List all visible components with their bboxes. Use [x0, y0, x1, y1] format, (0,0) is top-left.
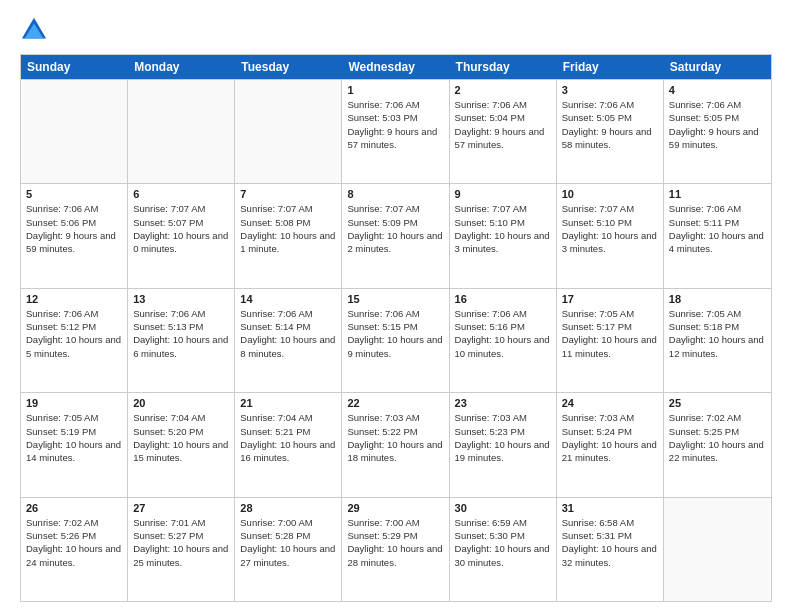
day-number: 31 [562, 502, 658, 514]
day-info: Sunrise: 7:06 AM Sunset: 5:04 PM Dayligh… [455, 98, 551, 151]
day-info: Sunrise: 7:05 AM Sunset: 5:17 PM Dayligh… [562, 307, 658, 360]
day-number: 30 [455, 502, 551, 514]
cal-cell: 13Sunrise: 7:06 AM Sunset: 5:13 PM Dayli… [128, 289, 235, 392]
day-number: 11 [669, 188, 766, 200]
week-row-1: 1Sunrise: 7:06 AM Sunset: 5:03 PM Daylig… [21, 79, 771, 183]
logo [20, 16, 52, 44]
day-info: Sunrise: 7:07 AM Sunset: 5:09 PM Dayligh… [347, 202, 443, 255]
cal-cell: 23Sunrise: 7:03 AM Sunset: 5:23 PM Dayli… [450, 393, 557, 496]
cal-cell: 30Sunrise: 6:59 AM Sunset: 5:30 PM Dayli… [450, 498, 557, 601]
cal-cell: 9Sunrise: 7:07 AM Sunset: 5:10 PM Daylig… [450, 184, 557, 287]
day-info: Sunrise: 7:04 AM Sunset: 5:20 PM Dayligh… [133, 411, 229, 464]
week-row-5: 26Sunrise: 7:02 AM Sunset: 5:26 PM Dayli… [21, 497, 771, 601]
day-info: Sunrise: 7:07 AM Sunset: 5:07 PM Dayligh… [133, 202, 229, 255]
day-number: 1 [347, 84, 443, 96]
day-info: Sunrise: 7:02 AM Sunset: 5:26 PM Dayligh… [26, 516, 122, 569]
header-day-sunday: Sunday [21, 55, 128, 79]
day-info: Sunrise: 7:07 AM Sunset: 5:10 PM Dayligh… [455, 202, 551, 255]
header-day-friday: Friday [557, 55, 664, 79]
cal-cell: 17Sunrise: 7:05 AM Sunset: 5:17 PM Dayli… [557, 289, 664, 392]
day-number: 27 [133, 502, 229, 514]
logo-icon [20, 16, 48, 44]
header-day-wednesday: Wednesday [342, 55, 449, 79]
cal-cell [21, 80, 128, 183]
cal-cell: 5Sunrise: 7:06 AM Sunset: 5:06 PM Daylig… [21, 184, 128, 287]
day-info: Sunrise: 7:03 AM Sunset: 5:22 PM Dayligh… [347, 411, 443, 464]
day-info: Sunrise: 7:06 AM Sunset: 5:11 PM Dayligh… [669, 202, 766, 255]
day-number: 3 [562, 84, 658, 96]
day-info: Sunrise: 6:58 AM Sunset: 5:31 PM Dayligh… [562, 516, 658, 569]
calendar: SundayMondayTuesdayWednesdayThursdayFrid… [20, 54, 772, 602]
day-info: Sunrise: 7:07 AM Sunset: 5:10 PM Dayligh… [562, 202, 658, 255]
header-day-monday: Monday [128, 55, 235, 79]
cal-cell: 20Sunrise: 7:04 AM Sunset: 5:20 PM Dayli… [128, 393, 235, 496]
day-number: 9 [455, 188, 551, 200]
day-number: 18 [669, 293, 766, 305]
day-info: Sunrise: 7:06 AM Sunset: 5:12 PM Dayligh… [26, 307, 122, 360]
day-number: 22 [347, 397, 443, 409]
day-number: 5 [26, 188, 122, 200]
day-number: 23 [455, 397, 551, 409]
cal-cell: 25Sunrise: 7:02 AM Sunset: 5:25 PM Dayli… [664, 393, 771, 496]
day-info: Sunrise: 7:06 AM Sunset: 5:03 PM Dayligh… [347, 98, 443, 151]
cal-cell: 18Sunrise: 7:05 AM Sunset: 5:18 PM Dayli… [664, 289, 771, 392]
day-number: 15 [347, 293, 443, 305]
cal-cell: 3Sunrise: 7:06 AM Sunset: 5:05 PM Daylig… [557, 80, 664, 183]
day-info: Sunrise: 7:00 AM Sunset: 5:29 PM Dayligh… [347, 516, 443, 569]
cal-cell: 10Sunrise: 7:07 AM Sunset: 5:10 PM Dayli… [557, 184, 664, 287]
day-info: Sunrise: 7:05 AM Sunset: 5:18 PM Dayligh… [669, 307, 766, 360]
day-info: Sunrise: 7:05 AM Sunset: 5:19 PM Dayligh… [26, 411, 122, 464]
day-number: 24 [562, 397, 658, 409]
cal-cell: 2Sunrise: 7:06 AM Sunset: 5:04 PM Daylig… [450, 80, 557, 183]
cal-cell: 4Sunrise: 7:06 AM Sunset: 5:05 PM Daylig… [664, 80, 771, 183]
day-number: 13 [133, 293, 229, 305]
day-number: 19 [26, 397, 122, 409]
cal-cell: 26Sunrise: 7:02 AM Sunset: 5:26 PM Dayli… [21, 498, 128, 601]
day-info: Sunrise: 7:01 AM Sunset: 5:27 PM Dayligh… [133, 516, 229, 569]
day-number: 7 [240, 188, 336, 200]
cal-cell: 19Sunrise: 7:05 AM Sunset: 5:19 PM Dayli… [21, 393, 128, 496]
day-number: 6 [133, 188, 229, 200]
day-info: Sunrise: 7:06 AM Sunset: 5:05 PM Dayligh… [562, 98, 658, 151]
cal-cell: 12Sunrise: 7:06 AM Sunset: 5:12 PM Dayli… [21, 289, 128, 392]
day-number: 25 [669, 397, 766, 409]
cal-cell: 28Sunrise: 7:00 AM Sunset: 5:28 PM Dayli… [235, 498, 342, 601]
day-number: 17 [562, 293, 658, 305]
day-info: Sunrise: 7:02 AM Sunset: 5:25 PM Dayligh… [669, 411, 766, 464]
day-info: Sunrise: 7:06 AM Sunset: 5:14 PM Dayligh… [240, 307, 336, 360]
cal-cell: 22Sunrise: 7:03 AM Sunset: 5:22 PM Dayli… [342, 393, 449, 496]
cal-cell: 7Sunrise: 7:07 AM Sunset: 5:08 PM Daylig… [235, 184, 342, 287]
cal-cell: 24Sunrise: 7:03 AM Sunset: 5:24 PM Dayli… [557, 393, 664, 496]
day-info: Sunrise: 7:07 AM Sunset: 5:08 PM Dayligh… [240, 202, 336, 255]
day-info: Sunrise: 7:03 AM Sunset: 5:24 PM Dayligh… [562, 411, 658, 464]
day-number: 29 [347, 502, 443, 514]
day-number: 16 [455, 293, 551, 305]
day-number: 21 [240, 397, 336, 409]
cal-cell: 1Sunrise: 7:06 AM Sunset: 5:03 PM Daylig… [342, 80, 449, 183]
day-number: 2 [455, 84, 551, 96]
cal-cell [128, 80, 235, 183]
week-row-3: 12Sunrise: 7:06 AM Sunset: 5:12 PM Dayli… [21, 288, 771, 392]
calendar-header: SundayMondayTuesdayWednesdayThursdayFrid… [21, 55, 771, 79]
day-info: Sunrise: 6:59 AM Sunset: 5:30 PM Dayligh… [455, 516, 551, 569]
cal-cell [235, 80, 342, 183]
cal-cell: 16Sunrise: 7:06 AM Sunset: 5:16 PM Dayli… [450, 289, 557, 392]
day-number: 14 [240, 293, 336, 305]
day-number: 8 [347, 188, 443, 200]
header-day-tuesday: Tuesday [235, 55, 342, 79]
day-info: Sunrise: 7:00 AM Sunset: 5:28 PM Dayligh… [240, 516, 336, 569]
header [20, 16, 772, 44]
day-number: 20 [133, 397, 229, 409]
header-day-saturday: Saturday [664, 55, 771, 79]
cal-cell: 11Sunrise: 7:06 AM Sunset: 5:11 PM Dayli… [664, 184, 771, 287]
day-info: Sunrise: 7:06 AM Sunset: 5:13 PM Dayligh… [133, 307, 229, 360]
day-info: Sunrise: 7:03 AM Sunset: 5:23 PM Dayligh… [455, 411, 551, 464]
week-row-4: 19Sunrise: 7:05 AM Sunset: 5:19 PM Dayli… [21, 392, 771, 496]
day-number: 28 [240, 502, 336, 514]
calendar-body: 1Sunrise: 7:06 AM Sunset: 5:03 PM Daylig… [21, 79, 771, 601]
cal-cell: 15Sunrise: 7:06 AM Sunset: 5:15 PM Dayli… [342, 289, 449, 392]
day-info: Sunrise: 7:06 AM Sunset: 5:16 PM Dayligh… [455, 307, 551, 360]
cal-cell: 31Sunrise: 6:58 AM Sunset: 5:31 PM Dayli… [557, 498, 664, 601]
cal-cell [664, 498, 771, 601]
cal-cell: 27Sunrise: 7:01 AM Sunset: 5:27 PM Dayli… [128, 498, 235, 601]
